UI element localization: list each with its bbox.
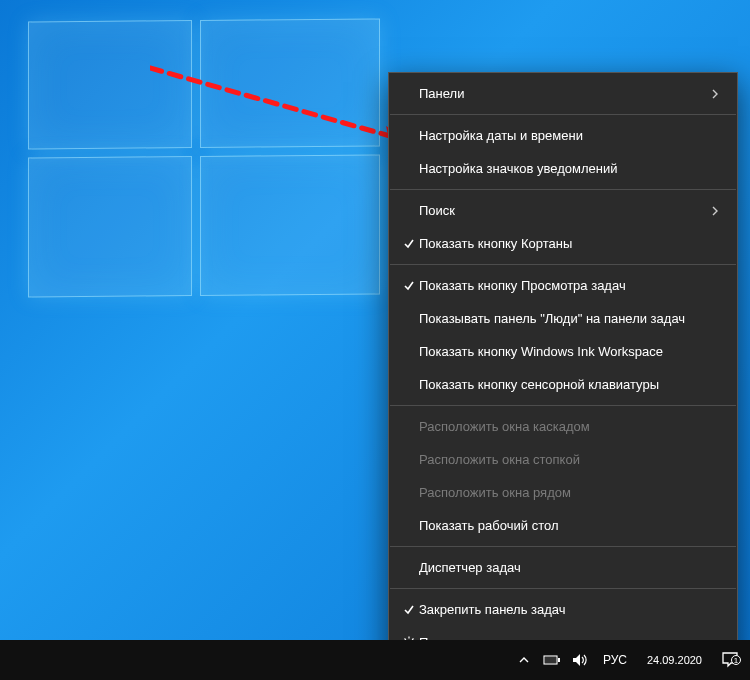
menu-separator (390, 114, 736, 115)
taskbar-date: 24.09.2020 (647, 654, 702, 667)
menu-item: Расположить окна каскадом (389, 410, 737, 443)
taskbar[interactable]: РУС 24.09.2020 1 (0, 640, 750, 680)
menu-item[interactable]: Показывать панель "Люди" на панели задач (389, 302, 737, 335)
menu-item-label: Настройка даты и времени (419, 128, 723, 143)
menu-item-label: Показать рабочий стол (419, 518, 723, 533)
battery-icon[interactable] (543, 654, 561, 666)
taskbar-clock[interactable]: 24.09.2020 (641, 654, 708, 667)
menu-separator (390, 405, 736, 406)
windows-logo (28, 18, 380, 297)
menu-item[interactable]: Показать кнопку Просмотра задач (389, 269, 737, 302)
svg-rect-12 (558, 658, 560, 662)
volume-icon[interactable] (571, 653, 589, 667)
menu-item[interactable]: Диспетчер задач (389, 551, 737, 584)
input-language[interactable]: РУС (599, 653, 631, 667)
menu-item[interactable]: Показать кнопку Кортаны (389, 227, 737, 260)
taskbar-context-menu: ПанелиНастройка даты и времениНастройка … (388, 72, 738, 664)
menu-item[interactable]: Показать кнопку сенсорной клавиатуры (389, 368, 737, 401)
chevron-right-icon (711, 88, 723, 100)
menu-item: Расположить окна стопкой (389, 443, 737, 476)
menu-item-label: Панели (419, 86, 711, 101)
tray-chevron-up-icon[interactable] (515, 654, 533, 666)
menu-item-label: Показать кнопку Windows Ink Workspace (419, 344, 723, 359)
action-center-icon[interactable]: 1 (718, 651, 742, 669)
menu-item[interactable]: Поиск (389, 194, 737, 227)
check-icon (399, 280, 419, 292)
menu-item[interactable]: Панели (389, 77, 737, 110)
menu-separator (390, 588, 736, 589)
menu-item-label: Расположить окна стопкой (419, 452, 723, 467)
system-tray: РУС 24.09.2020 1 (507, 640, 750, 680)
menu-item-label: Расположить окна каскадом (419, 419, 723, 434)
menu-item-label: Показать кнопку сенсорной клавиатуры (419, 377, 723, 392)
menu-item-label: Показать кнопку Кортаны (419, 236, 723, 251)
menu-item[interactable]: Закрепить панель задач (389, 593, 737, 626)
chevron-right-icon (711, 205, 723, 217)
menu-item-label: Настройка значков уведомлений (419, 161, 723, 176)
notification-badge: 1 (731, 655, 741, 665)
menu-item-label: Закрепить панель задач (419, 602, 723, 617)
menu-item-label: Показать кнопку Просмотра задач (419, 278, 723, 293)
menu-item[interactable]: Показать рабочий стол (389, 509, 737, 542)
menu-separator (390, 546, 736, 547)
menu-item[interactable]: Настройка даты и времени (389, 119, 737, 152)
menu-item[interactable]: Показать кнопку Windows Ink Workspace (389, 335, 737, 368)
menu-separator (390, 189, 736, 190)
menu-item-label: Показывать панель "Люди" на панели задач (419, 311, 723, 326)
check-icon (399, 604, 419, 616)
check-icon (399, 238, 419, 250)
menu-item-label: Поиск (419, 203, 711, 218)
menu-item[interactable]: Настройка значков уведомлений (389, 152, 737, 185)
menu-item-label: Диспетчер задач (419, 560, 723, 575)
menu-separator (390, 264, 736, 265)
menu-item-label: Расположить окна рядом (419, 485, 723, 500)
svg-rect-13 (545, 657, 556, 663)
menu-item: Расположить окна рядом (389, 476, 737, 509)
